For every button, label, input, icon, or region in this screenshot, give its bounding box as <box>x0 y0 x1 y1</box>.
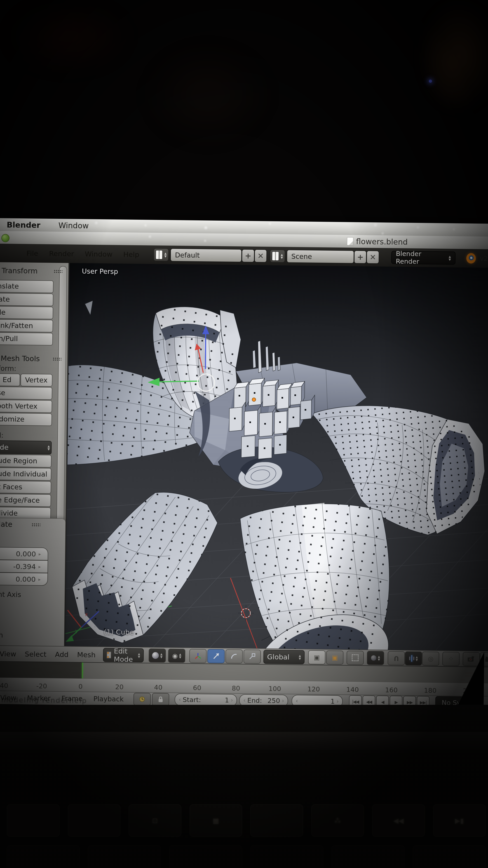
transform-tool-button[interactable]: Rotate <box>0 293 53 306</box>
spinner-icon: ▲▼ <box>138 652 140 658</box>
snap-target-button[interactable]: ◎ <box>422 651 440 666</box>
deform-tool-button[interactable]: Noise <box>0 386 53 400</box>
occlude-geometry-toggle[interactable]: ▲▼ <box>367 651 384 665</box>
panel-grip-icon[interactable] <box>53 358 62 361</box>
deform-tool-button[interactable]: Randomize <box>0 412 52 426</box>
extrude-dropdown[interactable]: Extrude ▲▼ <box>0 440 52 454</box>
vertex-slide-button[interactable]: Vertex <box>21 374 53 387</box>
repeat-zoom-button[interactable]: ⁘ <box>442 652 460 666</box>
traffic-light-green[interactable] <box>1 234 9 242</box>
panel-title-transform[interactable]: Transform <box>0 265 54 276</box>
layer-button-active[interactable]: ▣ <box>308 650 326 664</box>
start-frame-field[interactable]: ‹Start: 1› <box>175 693 237 706</box>
layer-button-object[interactable]: ▣ <box>326 651 344 665</box>
keyboard-key <box>88 845 161 868</box>
translate-x-field[interactable]: 0.000▸ <box>0 547 48 560</box>
ruler-tick-label: 180 <box>424 686 437 694</box>
layout-delete-button[interactable]: ✕ <box>254 249 267 263</box>
menubar-item-window[interactable]: Window <box>58 221 89 230</box>
opengl-render-button[interactable] <box>463 652 480 666</box>
snap-toggle-button[interactable]: U <box>388 651 405 665</box>
shading-sphere-icon <box>152 652 159 659</box>
manipulator-scale-button[interactable] <box>243 649 261 664</box>
current-frame-marker[interactable] <box>82 662 83 679</box>
mode-select[interactable]: Edit Mode ▲▼ <box>103 648 144 662</box>
lock-range-button[interactable] <box>152 693 169 706</box>
viewport-menu[interactable]: Select <box>21 650 51 658</box>
scene-name-field[interactable]: Scene <box>287 250 354 264</box>
3d-viewport[interactable]: y x <box>65 263 488 651</box>
occlude-sphere-icon <box>371 655 377 661</box>
keyboard-key <box>7 845 80 868</box>
slide-edge-button[interactable]: Slide Ed <box>0 373 20 386</box>
spinner-icon: ▲▼ <box>299 654 301 660</box>
glare-speck <box>95 221 98 224</box>
version-label: v2.78 <box>480 255 488 262</box>
panel-title-mesh-tools[interactable]: Mesh Tools <box>0 353 53 364</box>
operator-title[interactable]: Translate <box>0 518 66 531</box>
info-menu[interactable]: Render <box>43 249 79 258</box>
transform-tool-button[interactable]: Push/Pull <box>0 332 53 345</box>
viewport-shading-select[interactable]: ▲▼ <box>149 649 166 663</box>
orientation-label: Orientation <box>0 631 3 639</box>
document-icon <box>347 237 353 245</box>
deform-tool-button[interactable]: Smooth Vertex <box>0 399 52 413</box>
spinner-icon: ▲▼ <box>378 655 380 661</box>
add-tool-button[interactable]: Extrude Region <box>0 454 52 467</box>
transform-tool-button[interactable]: Shrink/Fatten <box>0 319 53 332</box>
render-engine-select[interactable]: Blender Render ▲▼ <box>391 251 455 265</box>
keyboard-key: ▶▮ <box>433 804 486 837</box>
add-tool-button[interactable]: Extrude Individual <box>0 467 51 480</box>
layout-name-field[interactable]: Default <box>170 248 242 262</box>
app-menu[interactable]: Blender <box>6 220 40 230</box>
spinner-icon: ▲▼ <box>416 655 418 661</box>
ruler-tick-label: 40 <box>154 684 162 691</box>
ruler-tick-label: 160 <box>385 686 398 694</box>
tool-shelf: Transform TranslateRotateScaleShrink/Fat… <box>0 262 69 646</box>
manipulator-rotate-button[interactable] <box>225 649 243 663</box>
translate-z-field[interactable]: 0.000▸ <box>0 572 48 586</box>
snap-element-select[interactable]: ▲▼ <box>405 651 422 665</box>
snap-element-icon <box>409 655 414 662</box>
keyboard-function-row: ⊡▦⁂◀◀▶▮ <box>7 804 486 837</box>
main-area: y x User Persp (1) Cube Transform Transl… <box>0 262 488 667</box>
layout-browse-button[interactable]: ▲▼ <box>154 248 169 261</box>
pivot-point-select[interactable]: ◉▲▼ <box>168 649 186 663</box>
glare-speck <box>374 223 377 226</box>
tool-shelf-scrollbar[interactable] <box>56 266 67 550</box>
proportional-edit-button[interactable] <box>347 651 364 665</box>
scene-browse-button[interactable]: ▲▼ <box>270 250 285 263</box>
scene-icon <box>272 252 279 260</box>
manipulator-translate-button[interactable] <box>207 649 225 663</box>
transform-tool-button[interactable]: Translate <box>0 280 54 293</box>
scene-delete-button[interactable]: ✕ <box>366 250 379 264</box>
keyboard-key <box>413 845 486 868</box>
viewport-view-label: User Persp <box>82 267 118 276</box>
spinner-icon: ▲▼ <box>47 445 50 451</box>
info-menu[interactable]: Help <box>118 250 144 258</box>
manipulator-toggle-button[interactable] <box>189 649 207 663</box>
viewport-menu[interactable]: Add <box>51 650 73 659</box>
info-menu[interactable]: Window <box>79 250 118 258</box>
glare-speck <box>382 232 384 235</box>
info-menu[interactable]: File <box>21 249 43 257</box>
panel-grip-icon[interactable] <box>32 523 41 527</box>
keyboard-key <box>250 804 303 837</box>
translate-y-field[interactable]: -0.394▸ <box>0 559 48 573</box>
transform-orientation-select[interactable]: Global ▲▼ <box>263 650 305 664</box>
add-tool-button[interactable]: Make Edge/Face <box>0 493 51 507</box>
viewport-menu[interactable]: View <box>0 650 21 658</box>
add-tool-button[interactable]: Inset Faces <box>0 480 51 494</box>
layout-add-button[interactable]: + <box>242 249 254 262</box>
time-display-button[interactable] <box>133 693 151 706</box>
glare-speck <box>149 236 151 238</box>
glare-speck <box>144 224 147 226</box>
window-title: flowers.blend <box>356 237 408 247</box>
viewport-menu[interactable]: Mesh <box>73 651 100 659</box>
transform-tool-button[interactable]: Scale <box>0 306 53 319</box>
scene-add-button[interactable]: + <box>354 250 367 264</box>
keyboard-key <box>331 845 404 868</box>
spinner-icon: ▲▼ <box>164 252 166 258</box>
ruler-tick-label: 140 <box>346 686 359 694</box>
panel-grip-icon[interactable] <box>54 270 63 273</box>
